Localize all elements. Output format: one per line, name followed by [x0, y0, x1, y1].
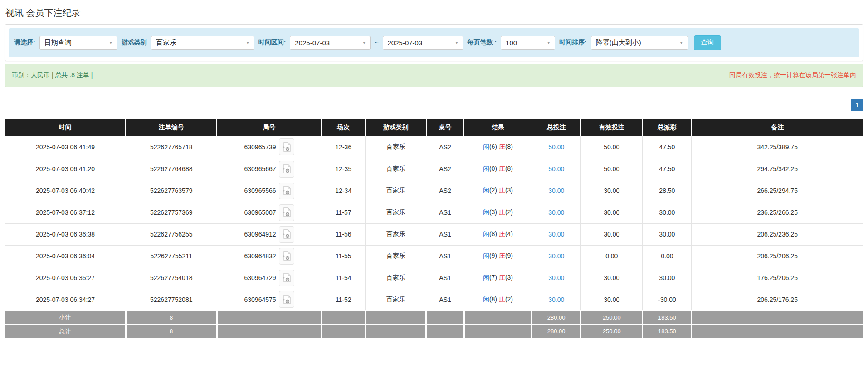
table-header-row: 时间注单编号局号场次游戏类别桌号结果总投注有效投注总派彩备注	[5, 119, 863, 136]
page: 视讯 会员下注纪录 请选择: 日期查询 ▼ 游戏类别 百家乐 ▼ 时间区间: 2…	[0, 7, 868, 338]
cell-result: 闲(3) 庄(2)	[464, 202, 532, 223]
result-banker-label: 庄	[499, 143, 505, 150]
cell-result: 闲(9) 庄(9)	[464, 245, 532, 267]
cell-game-type: 百家乐	[366, 202, 426, 223]
cell-result: 闲(7) 庄(3)	[464, 267, 532, 289]
table-row: 2025-07-03 06:36:04522627755211630964832…	[5, 245, 863, 267]
video-replay-button[interactable]	[279, 291, 294, 308]
total-bet-link[interactable]: 30.00	[548, 187, 564, 194]
video-replay-button[interactable]	[279, 183, 294, 199]
result-player-label: 闲	[483, 187, 489, 194]
cell-payout: 0.00	[643, 245, 692, 267]
total-bet-link[interactable]: 30.00	[548, 296, 564, 303]
table-row: 2025-07-03 06:34:27522627752081630964575…	[5, 289, 863, 311]
time-sort-select[interactable]: 降幂(由大到小) ▼	[591, 36, 688, 50]
cell-bet-id: 522627764688	[126, 158, 217, 180]
chevron-down-icon[interactable]: ▼	[242, 36, 254, 49]
query-type-select[interactable]: 日期查询 ▼	[39, 36, 117, 50]
cell-note: 176.25/206.25	[692, 267, 863, 289]
result-player-value: (2)	[489, 187, 497, 194]
total-empty-cell	[366, 324, 426, 338]
page-button-1[interactable]: 1	[851, 99, 863, 111]
chevron-down-icon[interactable]: ▼	[675, 36, 688, 49]
search-button[interactable]: 查询	[694, 35, 721, 50]
cell-payout: 30.00	[643, 223, 692, 245]
round-id-text: 630965007	[244, 209, 276, 216]
chevron-down-icon[interactable]: ▼	[358, 36, 370, 49]
chevron-down-icon[interactable]: ▼	[542, 36, 555, 49]
date-from-select[interactable]: 2025-07-03 ▼	[290, 36, 371, 50]
result-player-label: 闲	[483, 165, 489, 172]
result-player-value: (8)	[489, 230, 497, 237]
cell-round-id: 630965566	[217, 180, 322, 202]
total-bet-link[interactable]: 30.00	[548, 209, 564, 216]
cell-table-no: AS2	[426, 158, 464, 180]
cell-result: 闲(2) 庄(3)	[464, 180, 532, 202]
cell-total-bet: 30.00	[532, 267, 581, 289]
summary-note: 同局有效投注，统一计算在该局第一张注单内	[729, 71, 856, 79]
subtotal-empty-cell	[692, 311, 863, 324]
video-file-icon	[282, 273, 291, 283]
cell-result: 闲(8) 庄(2)	[464, 289, 532, 311]
result-banker-value: (3)	[505, 274, 513, 281]
video-replay-button[interactable]	[279, 270, 294, 286]
total-empty-cell	[426, 324, 464, 338]
cell-table-no: AS1	[426, 202, 464, 223]
chevron-down-icon[interactable]: ▼	[105, 36, 117, 49]
video-replay-button[interactable]	[279, 226, 294, 243]
cell-valid-bet: 30.00	[581, 202, 643, 223]
cell-session: 12-36	[322, 136, 366, 158]
table-header: 时间注单编号局号场次游戏类别桌号结果总投注有效投注总派彩备注	[5, 119, 863, 136]
cell-total-bet: 30.00	[532, 223, 581, 245]
column-header-8: 有效投注	[581, 119, 643, 136]
total-bet-link[interactable]: 30.00	[548, 274, 564, 281]
video-replay-button[interactable]	[279, 204, 294, 221]
total-bet-link[interactable]: 50.00	[548, 165, 564, 173]
cell-game-type: 百家乐	[366, 180, 426, 202]
table-row: 2025-07-03 06:35:27522627754018630964729…	[5, 267, 863, 289]
subtotal-payout: 183.50	[643, 311, 692, 324]
cell-session: 11-52	[322, 289, 366, 311]
subtotal-label: 小计	[5, 311, 126, 324]
per-page-select[interactable]: 100 ▼	[501, 36, 555, 50]
total-bet-link[interactable]: 30.00	[548, 252, 564, 260]
cell-bet-id: 522627755211	[126, 245, 217, 267]
cell-payout: 47.50	[643, 158, 692, 180]
cell-payout: 30.00	[643, 202, 692, 223]
total-bet-link[interactable]: 50.00	[548, 143, 564, 151]
round-id-text: 630964912	[244, 231, 276, 238]
query-type-label: 请选择:	[14, 39, 35, 47]
cell-payout: -30.00	[643, 289, 692, 311]
column-header-1: 注单编号	[126, 119, 217, 136]
video-file-icon	[282, 164, 291, 174]
video-replay-button[interactable]	[279, 138, 294, 155]
game-type-select[interactable]: 百家乐 ▼	[151, 36, 254, 50]
column-header-2: 局号	[217, 119, 322, 136]
result-player-value: (3)	[489, 208, 497, 216]
cell-time: 2025-07-03 06:35:27	[5, 267, 126, 289]
cell-note: 206.25/176.25	[692, 289, 863, 311]
result-player-label: 闲	[483, 208, 489, 216]
cell-result: 闲(0) 庄(8)	[464, 158, 532, 180]
video-replay-button[interactable]	[279, 248, 294, 265]
video-replay-button[interactable]	[279, 161, 294, 178]
chevron-down-icon[interactable]: ▼	[451, 36, 463, 49]
pagination: 1	[5, 99, 863, 111]
column-header-7: 总投注	[532, 119, 581, 136]
cell-time: 2025-07-03 06:41:49	[5, 136, 126, 158]
date-from-value: 2025-07-03	[290, 39, 358, 47]
cell-valid-bet: 50.00	[581, 158, 643, 180]
cell-result: 闲(8) 庄(4)	[464, 223, 532, 245]
date-to-select[interactable]: 2025-07-03 ▼	[383, 36, 463, 50]
total-payout: 183.50	[643, 324, 692, 338]
summary-bar: 币别：人民币 | 总共 :8 注单 | 同局有效投注，统一计算在该局第一张注单内	[5, 64, 863, 87]
cell-round-id: 630964912	[217, 223, 322, 245]
total-bet-link[interactable]: 30.00	[548, 231, 564, 238]
column-header-3: 场次	[322, 119, 366, 136]
table-footer: 小计8280.00250.00183.50总计8280.00250.00183.…	[5, 311, 863, 338]
video-file-icon	[282, 295, 291, 305]
cell-note: 266.25/294.75	[692, 180, 863, 202]
total-row: 总计8280.00250.00183.50	[5, 324, 863, 338]
table-body: 2025-07-03 06:41:49522627765718630965739…	[5, 136, 863, 311]
subtotal-valid-bet: 250.00	[581, 311, 643, 324]
